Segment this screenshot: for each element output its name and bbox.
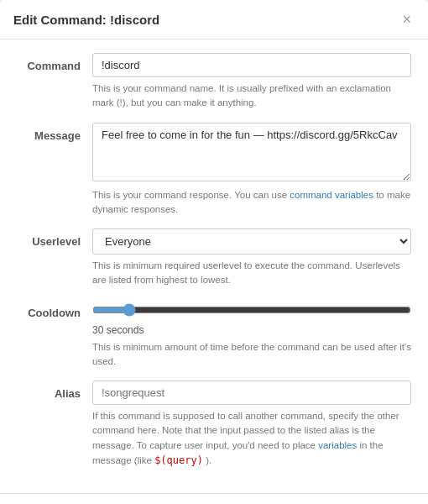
userlevel-hint: This is minimum required userlevel to ex… xyxy=(92,259,411,288)
userlevel-select[interactable]: Everyone Subscriber Regular Moderator Br… xyxy=(92,228,411,255)
alias-label: Alias xyxy=(17,381,92,400)
command-variables-link[interactable]: command variables xyxy=(290,190,373,200)
command-content: This is your command name. It is usually… xyxy=(92,53,411,111)
modal-title: Edit Command: !discord xyxy=(13,13,159,27)
command-hint: This is your command name. It is usually… xyxy=(92,81,411,111)
userlevel-label: Userlevel xyxy=(17,228,92,248)
alias-input[interactable] xyxy=(92,381,411,405)
cooldown-content: 30 seconds This is minimum amount of tim… xyxy=(92,300,411,370)
variables-link[interactable]: variables xyxy=(318,440,357,450)
userlevel-content: Everyone Subscriber Regular Moderator Br… xyxy=(92,228,411,288)
alias-hint: If this command is supposed to call anot… xyxy=(92,409,411,468)
cooldown-row: Cooldown 30 seconds This is minimum amou… xyxy=(17,300,411,370)
modal-header: Edit Command: !discord × xyxy=(0,0,428,39)
command-input[interactable] xyxy=(92,53,411,77)
modal-footer: Submit Cancel xyxy=(0,493,428,504)
cooldown-value: 30 seconds xyxy=(92,324,411,336)
userlevel-row: Userlevel Everyone Subscriber Regular Mo… xyxy=(17,228,411,288)
alias-content: If this command is supposed to call anot… xyxy=(92,381,411,468)
command-label: Command xyxy=(17,53,92,72)
cooldown-slider[interactable] xyxy=(92,303,411,317)
alias-row: Alias If this command is supposed to cal… xyxy=(17,381,411,468)
close-button[interactable]: × xyxy=(399,10,415,29)
edit-command-modal: Edit Command: !discord × Command This is… xyxy=(0,0,428,504)
cooldown-label: Cooldown xyxy=(17,300,92,319)
message-label: Message xyxy=(17,123,92,142)
modal-body: Command This is your command name. It is… xyxy=(0,39,428,493)
cooldown-hint: This is minimum amount of time before th… xyxy=(92,340,411,370)
message-hint: This is your command response. You can u… xyxy=(92,188,411,218)
alias-hint-code: $(query) xyxy=(154,454,203,466)
message-textarea[interactable] xyxy=(92,123,411,181)
alias-hint-end: ). xyxy=(203,455,211,465)
cooldown-unit: seconds xyxy=(107,324,144,336)
message-row: Message This is your command response. Y… xyxy=(17,123,411,218)
message-hint-before: This is your command response. You can u… xyxy=(92,190,290,200)
cooldown-number: 30 xyxy=(92,324,103,336)
message-content: This is your command response. You can u… xyxy=(92,123,411,218)
command-row: Command This is your command name. It is… xyxy=(17,53,411,111)
slider-wrapper xyxy=(92,300,411,323)
